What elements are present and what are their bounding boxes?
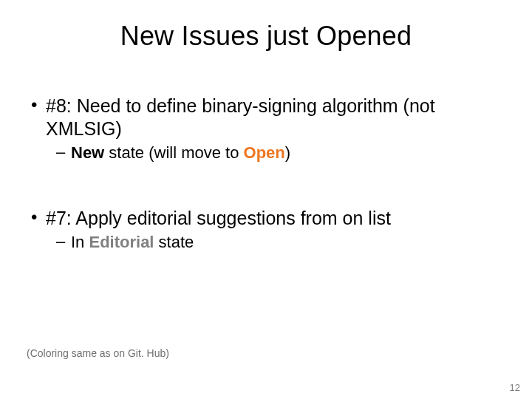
sub-prefix: In: [71, 233, 89, 251]
spacer: [27, 192, 505, 207]
issue-headline: #8: Need to define binary-signing algori…: [27, 95, 505, 140]
issue-headline: #7: Apply editorial suggestions from on …: [27, 207, 505, 230]
slide: New Issues just Opened #8: Need to defin…: [0, 0, 532, 399]
issue-substatus: New state (will move to Open): [27, 143, 505, 164]
issue-text: #8: Need to define binary-signing algori…: [46, 95, 435, 139]
status-badge-open: Open: [244, 143, 285, 162]
sub-mid: state: [154, 233, 194, 251]
issue-substatus: In Editorial state: [27, 232, 505, 253]
status-badge-editorial: Editorial: [89, 233, 154, 251]
issue-list: #8: Need to define binary-signing algori…: [27, 95, 505, 253]
page-title: New Issues just Opened: [27, 21, 505, 52]
sub-mid: state (will move to: [104, 143, 243, 162]
issue-text: #7: Apply editorial suggestions from on …: [46, 208, 391, 228]
status-badge-new: New: [71, 143, 104, 162]
footnote: (Coloring same as on Git. Hub): [27, 347, 169, 359]
page-number: 12: [510, 382, 520, 393]
sub-suffix: ): [285, 143, 290, 162]
